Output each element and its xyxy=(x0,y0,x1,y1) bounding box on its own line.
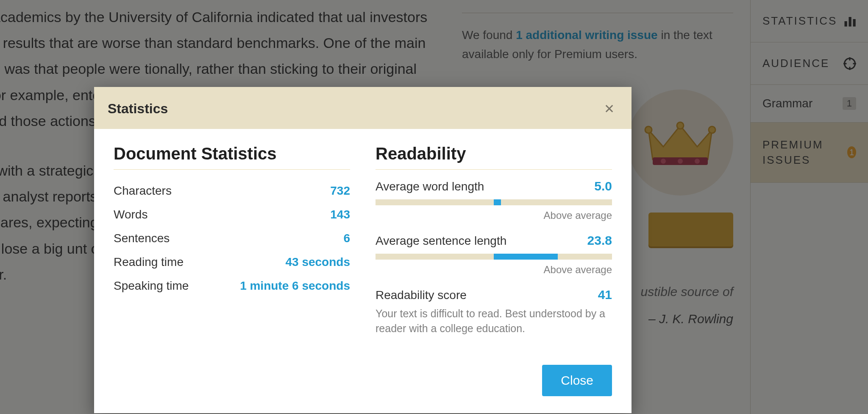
modal-title: Statistics xyxy=(108,101,168,117)
bar-fill xyxy=(494,199,501,205)
metric-avg-sentence-length: Average sentence length 23.8 Above avera… xyxy=(376,233,612,276)
stat-row-characters: Characters 732 xyxy=(114,179,350,203)
stat-value: 143 xyxy=(330,208,350,221)
stat-value: 732 xyxy=(330,184,350,198)
metric-value: 23.8 xyxy=(587,233,612,248)
metric-label: Average sentence length xyxy=(376,234,506,248)
document-statistics-column: Document Statistics Characters 732 Words… xyxy=(114,144,350,348)
modal-header: Statistics ✕ xyxy=(94,87,632,129)
doc-stats-heading: Document Statistics xyxy=(114,144,350,170)
statistics-modal: Statistics ✕ Document Statistics Charact… xyxy=(94,87,632,413)
stat-label: Sentences xyxy=(114,232,170,245)
metric-value: 41 xyxy=(598,288,612,302)
metric-note: Above average xyxy=(376,264,612,276)
avg-sentence-length-bar xyxy=(376,254,612,260)
stat-label: Speaking time xyxy=(114,279,189,293)
metric-avg-word-length: Average word length 5.0 Above average xyxy=(376,179,612,221)
avg-word-length-bar xyxy=(376,199,612,205)
readability-column: Readability Average word length 5.0 Abov… xyxy=(376,144,612,348)
stat-row-reading-time: Reading time 43 seconds xyxy=(114,250,350,274)
stat-row-words: Words 143 xyxy=(114,203,350,227)
stat-row-sentences: Sentences 6 xyxy=(114,227,350,250)
stat-value: 43 seconds xyxy=(285,255,350,269)
metric-value: 5.0 xyxy=(594,179,612,193)
stat-value: 6 xyxy=(343,232,350,245)
stat-value: 1 minute 6 seconds xyxy=(240,279,350,293)
bar-fill xyxy=(494,254,558,260)
close-icon[interactable]: ✕ xyxy=(601,100,618,118)
modal-footer: Close xyxy=(94,356,632,413)
stat-label: Characters xyxy=(114,184,172,198)
stat-label: Words xyxy=(114,208,147,221)
metric-note: Above average xyxy=(376,210,612,221)
metric-label: Readability score xyxy=(376,288,467,302)
metric-label: Average word length xyxy=(376,180,484,193)
metric-readability-score: Readability score 41 Your text is diffic… xyxy=(376,288,612,336)
close-button[interactable]: Close xyxy=(542,365,612,396)
stat-label: Reading time xyxy=(114,255,184,269)
readability-description: Your text is difficult to read. Best und… xyxy=(376,306,612,336)
stat-row-speaking-time: Speaking time 1 minute 6 seconds xyxy=(114,274,350,298)
modal-body: Document Statistics Characters 732 Words… xyxy=(94,129,632,356)
readability-heading: Readability xyxy=(376,144,612,170)
